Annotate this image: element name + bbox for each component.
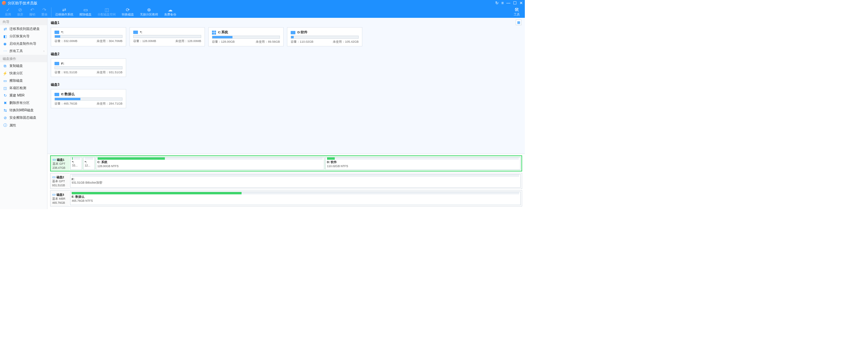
capacity-text: 容量：332.00MB	[55, 39, 78, 43]
view-toggle-button[interactable]: ▦	[516, 20, 522, 25]
sidebar-section-title: 向导	[0, 18, 47, 25]
usage-bar	[212, 36, 280, 39]
refresh-icon[interactable]: ↻	[495, 1, 499, 5]
sidebar-item-删除所有分区[interactable]: ✖删除所有分区	[0, 99, 47, 106]
sidebar-item-转换到MBR磁盘[interactable]: ⇆转换到MBR磁盘	[0, 106, 47, 114]
partition-card[interactable]: *:容量：128.00MB未使用：128.00MB	[129, 27, 205, 46]
partition-card[interactable]: F:容量：931.51GB未使用：931.51GB	[51, 59, 126, 77]
disk-type: 基本 MBR	[52, 197, 67, 201]
sidebar-item-擦除磁盘[interactable]: ▭擦除磁盘	[0, 77, 47, 85]
toolbar-重做-button: ↷重做	[38, 6, 51, 18]
toolbar-撤销-button: ↶撤销	[26, 6, 38, 18]
minimize-button[interactable]: —	[506, 1, 510, 5]
partition-box[interactable]: F:931.51GB Bitlocker加密	[70, 174, 521, 188]
partition-strip: E: 数据么465.76GB NTFS	[69, 191, 522, 206]
sidebar-item-属性[interactable]: ⓘ属性	[0, 121, 47, 129]
sidebar-item-label: 迁移系统到固态硬盘	[9, 27, 40, 31]
toolbar-label: 应用	[5, 12, 11, 17]
分区恢复向导-icon: ◧	[3, 34, 7, 39]
partition-card[interactable]: *:容量：332.00MB未使用：304.70MB	[51, 27, 126, 46]
partition-box[interactable]: *:33...	[70, 157, 82, 170]
toolbar-label: 放弃	[17, 12, 23, 17]
sidebar-item-label: 所有工具	[9, 49, 23, 54]
partition-label: D:软件	[298, 30, 308, 35]
sidebar-item-所有工具[interactable]: ⋯所有工具›	[0, 48, 47, 55]
tools-label: 工具	[514, 12, 520, 17]
toolbar-迁移操作系统-button[interactable]: ⇄迁移操作系统	[52, 6, 76, 18]
partition-box-label: *:	[72, 160, 81, 164]
disk-size: 931.51GB	[52, 184, 67, 187]
toolbar-label: 撤销	[29, 12, 35, 17]
menu-icon[interactable]: ≡	[501, 1, 504, 5]
tools-icon: 🛠	[515, 7, 519, 12]
partition-usage-bar	[72, 157, 81, 160]
partition-box[interactable]: E: 数据么465.76GB NTFS	[70, 192, 521, 205]
坏扇区检测-icon: ◫	[3, 86, 7, 90]
partition-cards: *:容量：332.00MB未使用：304.70MB*:容量：128.00MB未使…	[51, 27, 522, 46]
sidebar-item-复制磁盘[interactable]: ⧉复制磁盘	[0, 62, 47, 70]
partition-stats: 容量：128.00MB未使用：128.00MB	[133, 39, 201, 43]
partition-label: E:数据么	[61, 92, 75, 96]
sidebar-item-label: 安全擦除固态磁盘	[9, 115, 36, 120]
partition-box-sub: 12...	[85, 164, 93, 167]
sidebar-item-分区恢复向导[interactable]: ◧分区恢复向导	[0, 33, 47, 40]
partition-card[interactable]: C:系统容量：128.00GB未使用：89.56GB	[208, 27, 284, 46]
drive-icon	[291, 31, 296, 34]
capacity-text: 容量：128.00GB	[212, 40, 235, 44]
sidebar-item-安全擦除固态磁盘[interactable]: ⊘安全擦除固态磁盘	[0, 114, 47, 121]
迁移系统到固态硬盘-icon: ⇄	[3, 27, 7, 31]
sidebar-item-迁移系统到固态硬盘[interactable]: ⇄迁移系统到固态硬盘	[0, 25, 47, 33]
close-button[interactable]: ✕	[520, 1, 523, 5]
partition-box-sub: 465.76GB NTFS	[72, 199, 519, 202]
sidebar-item-启动光盘制作向导[interactable]: ◉启动光盘制作向导	[0, 40, 47, 48]
partition-stats: 容量：332.00MB未使用：304.70MB	[55, 39, 122, 43]
partition-stats: 容量：110.02GB未使用：105.42GB	[291, 40, 359, 44]
sidebar-item-快速分区[interactable]: ⚡快速分区	[0, 70, 47, 77]
迁移操作系统-icon: ⇄	[62, 7, 66, 12]
disk-group-title: 磁盘2	[51, 52, 522, 57]
tools-button[interactable]: 🛠 工具	[511, 6, 523, 18]
free-text: 未使用：89.56GB	[256, 40, 280, 44]
partition-box-sub: 931.51GB Bitlocker加密	[72, 181, 519, 185]
disk-row[interactable]: ▭ 磁盘3基本 MBR465.76GBE: 数据么465.76GB NTFS	[50, 190, 522, 207]
toolbar-right: 🛠 工具	[511, 6, 523, 18]
partition-box-label: F:	[72, 178, 519, 181]
擦除磁盘-icon: ▭	[84, 7, 88, 12]
partition-usage-bar	[72, 175, 519, 177]
sidebar-item-坏扇区检测[interactable]: ◫坏扇区检测	[0, 85, 47, 92]
partition-card[interactable]: E:数据么容量：465.76GB未使用：284.71GB	[51, 89, 126, 108]
drive-icon	[55, 93, 59, 96]
sidebar-item-重建 MBR[interactable]: ↻重建 MBR	[0, 92, 47, 99]
toolbar-无损分区教程-button[interactable]: ⊕无损分区教程	[137, 6, 161, 18]
partition-strip: *:33...*:12...C: 系统128.00GB NTFSD: 软件110…	[69, 156, 522, 171]
disk-icon: ▭	[52, 175, 56, 179]
partition-usage-bar	[327, 157, 519, 160]
转换磁盘-icon: ⟳	[126, 7, 130, 12]
app-logo-icon	[2, 1, 6, 5]
disk-row[interactable]: ▭ 磁盘2基本 GPT931.51GBF:931.51GB Bitlocker加…	[50, 173, 522, 189]
disk-type: 基本 GPT	[53, 162, 68, 166]
安全擦除固态磁盘-icon: ⊘	[3, 116, 7, 120]
free-text: 未使用：304.70MB	[97, 39, 122, 43]
drive-icon	[55, 62, 59, 65]
disk-row[interactable]: ▭ 磁盘1基本 GPT238.47GB*:33...*:12...C: 系统12…	[50, 155, 522, 171]
sidebar-section-title: 磁盘操作	[0, 55, 47, 62]
maximize-button[interactable]: ☐	[513, 1, 517, 5]
partition-stats: 容量：465.76GB未使用：284.71GB	[55, 101, 122, 106]
partition-label: C:系统	[218, 30, 228, 35]
sidebar-item-label: 复制磁盘	[9, 64, 23, 68]
toolbar-免费备份-button[interactable]: ☁免费备份	[161, 6, 179, 18]
toolbar-转换磁盘-button[interactable]: ⟳转换磁盘	[119, 6, 137, 18]
toolbar-separator	[51, 7, 52, 17]
partition-box-label: E: 数据么	[72, 195, 519, 199]
partition-box[interactable]: *:12...	[83, 157, 95, 170]
partition-card[interactable]: D:软件容量：110.02GB未使用：105.42GB	[287, 27, 362, 46]
disk-name: 磁盘2	[56, 176, 64, 179]
partition-box-label: C: 系统	[98, 160, 323, 164]
toolbar-分配磁盘空间-button: ◫分配磁盘空间	[95, 6, 119, 18]
sidebar-item-label: 启动光盘制作向导	[9, 41, 36, 46]
toolbar-擦除磁盘-button[interactable]: ▭擦除磁盘	[76, 6, 95, 18]
partition-box[interactable]: D: 软件110.02GB NTFS	[326, 157, 521, 170]
partition-box[interactable]: C: 系统128.00GB NTFS	[96, 157, 324, 170]
disk-icon: ▭	[52, 192, 56, 196]
